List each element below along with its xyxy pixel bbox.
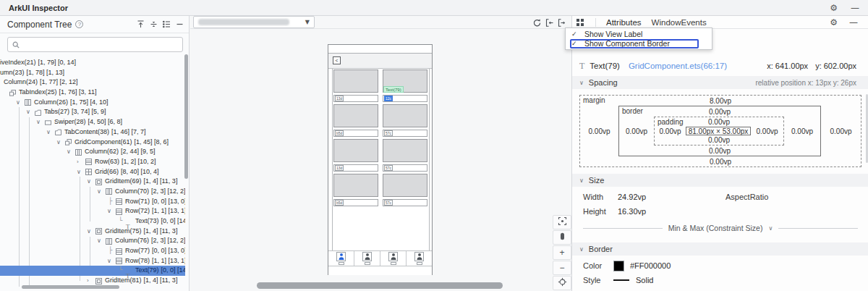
column-icon: [106, 188, 112, 195]
tree-item-meta: [0, 0] [14, 0]: [161, 266, 185, 274]
tree-item-row71[interactable]: ├Row(71)[0, 0] [13, 0]: [0, 197, 185, 207]
help-icon[interactable]: ?: [75, 20, 83, 28]
panel-settings-gear-icon[interactable]: ⚙: [830, 18, 838, 27]
preview-tab-item[interactable]: [380, 251, 407, 266]
preview-card[interactable]: b5d: [333, 174, 378, 207]
border-section-header[interactable]: ∨ Border: [572, 242, 868, 256]
tree-item-griditem75[interactable]: ∨GridItem(75)[1, 4] [11, 3]: [0, 227, 185, 237]
tree-item-text79[interactable]: └TText(79)[0, 0] [14, 0]: [0, 266, 185, 276]
swiper-right-edge: [429, 69, 430, 250]
chevron-down-icon[interactable]: ∨: [67, 147, 71, 157]
preview-card[interactable]: 13d: [333, 69, 378, 103]
tree-item-iveindex21[interactable]: iveIndex(21)[1, 79] [0, 14]: [0, 58, 185, 68]
chevron-down-icon[interactable]: ∨: [87, 177, 91, 187]
tree-item-row72[interactable]: ∨Row(72)[1, 1] [13, 1]: [0, 206, 185, 216]
tree-item-column26[interactable]: ∨Column(26)[1, 75] [4, 10]: [0, 98, 185, 108]
chevron-right-icon[interactable]: ›: [77, 157, 79, 167]
preview-card[interactable]: 57c: [383, 174, 427, 207]
tree-item-column76[interactable]: ∨Column(76)[2, 3] [12, 2]: [0, 236, 185, 246]
preview-card[interactable]: 57c: [383, 104, 427, 138]
griditem-icon: [95, 228, 102, 235]
preview-card[interactable]: 13d: [333, 139, 378, 172]
chevron-down-icon[interactable]: ∨: [107, 256, 111, 266]
tree-item-row63[interactable]: ›Row(63)[1, 2] [10, 2]: [0, 157, 185, 167]
locate-button[interactable]: [553, 276, 571, 290]
size-section-header[interactable]: ∨ Size: [572, 174, 868, 187]
tree-item-column24[interactable]: Column(24)[1, 77] [2, 12]: [0, 77, 185, 88]
minmax-divider[interactable]: Min & Max (Constraint Size) ∨: [583, 223, 858, 233]
tree-horizontal-scrollbar[interactable]: [22, 285, 119, 289]
tab-label-box: [417, 262, 422, 265]
tree-item-label: Row(78)[1, 1] [13, 1]: [125, 256, 185, 266]
settings-gear-icon[interactable]: ⚙: [830, 4, 838, 12]
tree-item-griditem81[interactable]: ›GridItem(81)[1, 4] [11, 3]: [0, 276, 185, 286]
chevron-down-icon[interactable]: ∨: [87, 227, 91, 237]
search-icon: [12, 38, 20, 51]
tree-item-row77[interactable]: ├Row(77)[0, 0] [13, 0]: [0, 246, 185, 256]
fit-screen-button[interactable]: [553, 215, 571, 229]
tree-connector: └: [119, 266, 122, 276]
tree-item-swiper28[interactable]: ∨Swiper(28)[4, 50] [6, 8]: [0, 117, 185, 127]
menu-item-show-component-border[interactable]: ✓Show Component Border: [566, 39, 712, 49]
tree-item-tabcontent38[interactable]: ∨TabContent(38)[1, 46] [7, 7]: [0, 127, 185, 138]
menu-item-show-view-label[interactable]: ✓Show View Label: [566, 29, 712, 39]
height-label: Height: [583, 207, 606, 216]
tree-item-tabs27[interactable]: ∨Tabs(27)[3, 74] [5, 9]: [0, 107, 185, 117]
chevron-down-icon[interactable]: ∨: [26, 107, 30, 117]
view-options-grid-icon[interactable]: [575, 17, 585, 28]
swiper-icon: [45, 119, 51, 126]
export-panel-icon[interactable]: [556, 17, 566, 28]
preview-card[interactable]: b5d: [333, 104, 378, 138]
chevron-down-icon[interactable]: ∨: [16, 98, 20, 108]
locate-list-icon[interactable]: [162, 20, 171, 29]
chevron-down-icon: ∨: [579, 246, 584, 253]
refresh-icon[interactable]: [532, 17, 542, 28]
card-caption: b5d: [335, 200, 344, 206]
tree-item-row78[interactable]: ∨Row(78)[1, 1] [13, 1]: [0, 256, 185, 266]
zoom-in-button[interactable]: +: [553, 245, 571, 260]
tree-item-tabindex25[interactable]: TabIndex(25)[1, 76] [3, 11]: [0, 88, 185, 98]
chevron-down-icon[interactable]: ∨: [107, 206, 111, 216]
chevron-down-icon[interactable]: ∨: [97, 236, 101, 246]
tree-item-text73[interactable]: └TText(73)[0, 0] [14, 0]: [0, 216, 185, 227]
preview-tab-item[interactable]: [407, 251, 432, 266]
tree-item-column70[interactable]: ∨Column(70)[2, 3] [12, 2]: [0, 187, 185, 197]
chevron-down-icon[interactable]: ∨: [46, 127, 51, 138]
chevron-down-icon[interactable]: ∨: [77, 167, 81, 177]
back-button[interactable]: <: [333, 56, 341, 64]
hide-panel-icon[interactable]: [175, 20, 184, 29]
component-icon: [9, 90, 16, 96]
minimize-icon[interactable]: —: [851, 4, 859, 12]
tree-item-umn23[interactable]: umn(23)[1, 78] [1, 13]: [0, 68, 185, 78]
touch-button[interactable]: [553, 230, 571, 245]
tree-item-grid66[interactable]: ∨Grid(66)[8, 40] [10, 4]: [0, 167, 185, 177]
device-selector-dropdown[interactable]: ▼: [193, 16, 315, 28]
preview-tab-item[interactable]: [354, 251, 380, 266]
height-row: Height 16.30vp: [572, 206, 868, 216]
collapse-all-icon[interactable]: [149, 20, 158, 29]
tree-item-column62[interactable]: ∨Column(62)[2, 44] [9, 5]: [0, 147, 185, 157]
chevron-down-icon[interactable]: ∨: [36, 117, 41, 127]
zoom-out-button[interactable]: −: [553, 261, 571, 275]
tree-vertical-scrollbar[interactable]: [184, 54, 188, 179]
tree-item-griditem69[interactable]: ∨GridItem(69)[1, 4] [11, 3]: [0, 177, 185, 187]
spacing-section-header[interactable]: ∨ Spacing relative position x: 13px y: 2…: [572, 76, 868, 89]
tab-attributes[interactable]: Attributes: [606, 18, 642, 27]
chevron-down-icon[interactable]: ∨: [56, 138, 61, 148]
preview-card[interactable]: 12cText(79): [383, 69, 427, 103]
expand-all-icon[interactable]: [136, 20, 145, 29]
source-file-link[interactable]: GridComponent.ets(66:17): [629, 62, 727, 70]
preview-horizontal-scrollbar[interactable]: [257, 282, 503, 289]
chevron-right-icon[interactable]: ›: [87, 276, 89, 286]
preview-tab-item[interactable]: [328, 251, 354, 266]
tree-item-meta: [8, 40] [10, 4]: [121, 168, 159, 175]
panel-minimize-icon[interactable]: —: [849, 18, 858, 27]
tree-search-box: [7, 37, 183, 52]
import-panel-icon[interactable]: [544, 17, 554, 28]
preview-card[interactable]: 57c: [383, 139, 427, 172]
search-input[interactable]: [23, 41, 178, 49]
tree-item-gridcomponent61[interactable]: ∨GridComponent(61)[1, 45] [8, 6]: [0, 138, 185, 148]
card-image-placeholder: [383, 104, 427, 127]
chevron-down-icon[interactable]: ∨: [97, 187, 101, 197]
tab-windowevents[interactable]: WindowEvents: [652, 18, 707, 27]
